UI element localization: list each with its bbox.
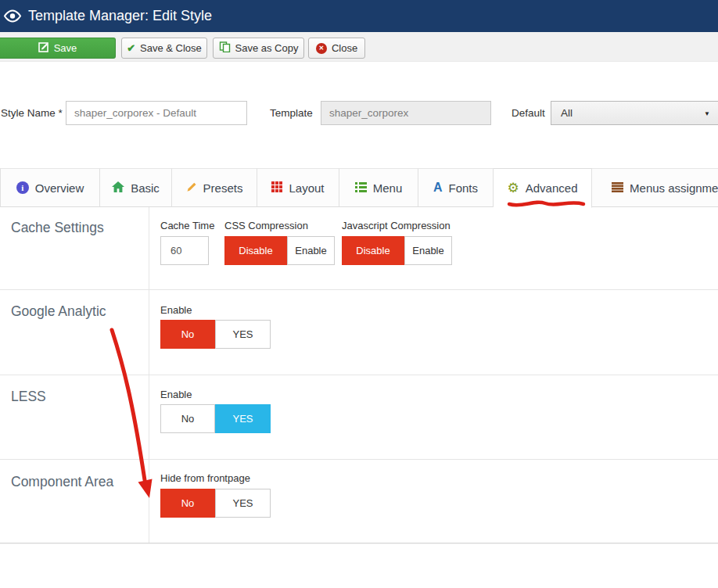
js-compression-toggle: Disable Enable [342, 236, 452, 265]
annotation-arrow-line [112, 330, 145, 480]
default-label: Default [512, 107, 545, 119]
font-icon: A [433, 181, 443, 194]
component-toggle: No YES [160, 489, 271, 518]
tab-layout[interactable]: Layout [257, 168, 339, 207]
tab-menu[interactable]: Menu [339, 168, 418, 207]
section-title-less: LESS [11, 389, 46, 405]
eye-icon [3, 9, 22, 26]
section-divider [0, 459, 718, 460]
template-manager-page: Template Manager: Edit Style Save Save &… [0, 0, 718, 588]
css-compression-toggle: Disable Enable [224, 236, 335, 265]
grid-icon [271, 181, 282, 195]
save-button[interactable]: Save [0, 38, 116, 59]
app-header: Template Manager: Edit Style [0, 0, 718, 32]
save-and-close-button[interactable]: Save & Close [121, 38, 207, 59]
pencil-icon [186, 181, 197, 195]
template-input [321, 101, 491, 125]
css-enable-option[interactable]: Enable [287, 236, 335, 265]
page-title: Template Manager: Edit Style [28, 0, 212, 32]
info-icon [16, 181, 29, 194]
section-title-component-area: Component Area [11, 474, 113, 490]
home-icon [112, 181, 124, 195]
ga-yes-option[interactable]: YES [215, 320, 271, 349]
ga-enable-label: Enable [160, 304, 192, 316]
component-no-option[interactable]: No [160, 489, 215, 518]
close-button[interactable]: Close [308, 38, 365, 59]
javascript-compression-label: Javascript Compression [342, 220, 451, 231]
less-no-option[interactable]: No [160, 404, 215, 433]
copy-icon [219, 41, 231, 55]
close-circle-icon [316, 43, 327, 54]
section-title-cache-settings: Cache Settings [11, 220, 104, 236]
component-yes-option[interactable]: YES [215, 489, 271, 518]
section-divider [0, 375, 718, 375]
tab-bar: Overview Basic Presets Layout [0, 168, 718, 208]
default-select[interactable]: All ▼ [551, 101, 718, 125]
tab-presets[interactable]: Presets [172, 168, 257, 207]
save-as-copy-button[interactable]: Save as Copy [213, 38, 304, 59]
less-enable-label: Enable [160, 389, 192, 400]
section-divider [0, 289, 718, 290]
save-edit-icon [38, 41, 49, 55]
hide-from-frontpage-label: Hide from frontpage [160, 472, 250, 484]
js-disable-option[interactable]: Disable [342, 236, 404, 265]
list-icon [612, 181, 623, 195]
section-title-google-analytic: Google Analytic [11, 303, 106, 320]
content-bottom-border [0, 543, 718, 543]
style-name-input[interactable] [66, 101, 247, 125]
less-yes-option[interactable]: YES [215, 404, 271, 433]
ga-enable-toggle: No YES [160, 320, 271, 349]
tab-overview[interactable]: Overview [0, 168, 100, 207]
chevron-down-icon: ▼ [704, 110, 710, 117]
tab-basic[interactable]: Basic [100, 168, 172, 207]
annotation-arrow-head [138, 479, 153, 499]
check-icon [127, 42, 135, 54]
tab-advanced[interactable]: Advanced [494, 168, 592, 208]
css-disable-option[interactable]: Disable [224, 236, 287, 265]
annotation-overlay [0, 0, 718, 588]
style-name-label: Style Name * [1, 107, 63, 119]
tab-menus-assignment[interactable]: Menus assignment [592, 168, 718, 207]
js-enable-option[interactable]: Enable [404, 236, 452, 265]
gear-icon [508, 181, 519, 195]
less-enable-toggle: No YES [160, 404, 271, 433]
tab-fonts[interactable]: A Fonts [418, 168, 494, 207]
cache-time-input[interactable] [160, 236, 209, 265]
ga-no-option[interactable]: No [160, 320, 215, 349]
cache-time-label: Cache Time [160, 220, 214, 231]
template-label: Template [270, 107, 313, 119]
toolbar: Save Save & Close Save as Copy Close [0, 32, 718, 62]
css-compression-label: CSS Compression [224, 220, 308, 231]
list-icon [355, 181, 367, 195]
